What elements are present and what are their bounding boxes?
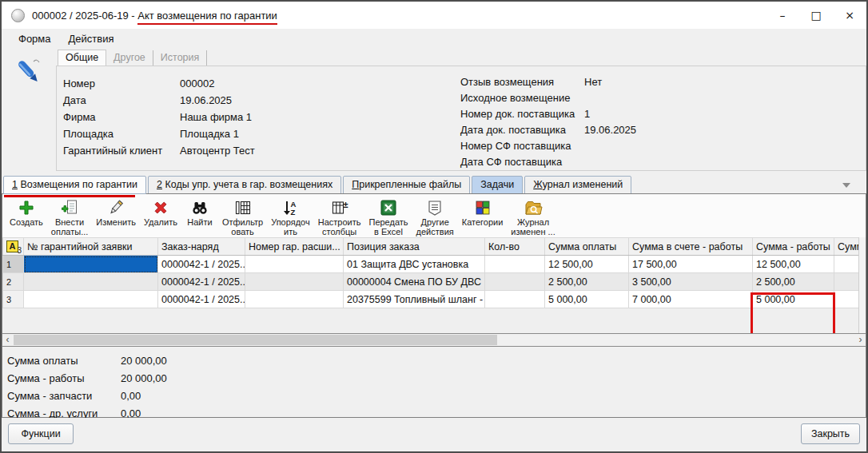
tab-history[interactable]: История: [153, 50, 207, 66]
menu-actions[interactable]: Действия: [60, 31, 123, 46]
table-cell[interactable]: [834, 291, 859, 308]
other-actions-button[interactable]: Другиедействия: [412, 197, 458, 237]
scrollbar-thumb[interactable]: [14, 335, 497, 345]
maximize-button[interactable]: □: [799, 2, 833, 29]
close-button[interactable]: ×: [833, 2, 866, 29]
scroll-right-arrow-icon[interactable]: ›: [855, 334, 866, 346]
excel-icon: [379, 198, 398, 217]
total-value: 20 000,00: [121, 355, 167, 367]
row-count: 3: [17, 246, 22, 255]
field-value[interactable]: 1: [584, 108, 590, 120]
column-header-warranty-request[interactable]: № гарантийной заявки: [24, 238, 158, 256]
table-cell-works-sum[interactable]: 12 500,00: [753, 256, 834, 273]
table-cell-selected[interactable]: [24, 256, 158, 273]
total-label: Сумма - работы: [7, 372, 121, 384]
column-header-invoice-works-sum[interactable]: Сумма в счете - работы: [629, 238, 753, 256]
table-cell[interactable]: 01 Защита ДВС установка: [344, 256, 485, 273]
table-cell[interactable]: 0000042-1 / 2025...: [158, 256, 245, 273]
svg-text:±: ±: [343, 200, 348, 209]
field-value[interactable]: Наша фирма 1: [180, 111, 252, 123]
field-label: Номер СФ поставщика: [460, 140, 584, 152]
table-cell[interactable]: 17 500,00: [629, 256, 753, 273]
field-value[interactable]: Нет: [584, 76, 602, 88]
table-cell[interactable]: 20375599 Топливный шланг - з...: [344, 291, 485, 308]
field-value[interactable]: 19.06.2025: [584, 124, 636, 136]
table-cell[interactable]: 0000042-1 / 2025...: [158, 273, 245, 291]
add-payment-icon: [60, 198, 79, 217]
column-header-payment-sum[interactable]: Сумма оплаты: [545, 238, 629, 256]
column-header-ext-number[interactable]: Номер гар. расши...: [245, 238, 344, 256]
table-row[interactable]: 2 0000042-1 / 2025... 00000004 Смена ПО …: [3, 273, 859, 291]
window-title-prefix: 000002 / 2025-06-19 -: [32, 10, 137, 22]
button-label: ить: [284, 227, 297, 236]
field-value[interactable]: 19.06.2025: [180, 94, 232, 106]
journal-icon: [524, 198, 543, 217]
field-value[interactable]: 000002: [180, 77, 214, 89]
tab-change-log[interactable]: Журнал изменений: [524, 176, 631, 194]
field-label: Номер док. поставщика: [460, 108, 584, 120]
vertical-scrollbar[interactable]: [858, 237, 866, 333]
change-journal-button[interactable]: Журнализменен ...: [507, 197, 559, 237]
table-cell-works-sum[interactable]: 5 000,00: [753, 291, 834, 308]
table-cell[interactable]: [834, 256, 859, 273]
table-cell[interactable]: [245, 291, 344, 308]
table-cell[interactable]: [245, 256, 344, 273]
filter-button[interactable]: Отфильтровать: [218, 197, 267, 237]
table-cell[interactable]: 5 000,00: [545, 291, 629, 308]
chevron-down-icon[interactable]: [842, 183, 850, 188]
table-cell[interactable]: 12 500,00: [545, 256, 629, 273]
categories-button[interactable]: Категории: [458, 197, 508, 228]
edit-button[interactable]: Изменить: [92, 197, 140, 228]
table-cell[interactable]: [485, 273, 545, 291]
tab-general[interactable]: Общие: [58, 50, 106, 66]
configure-columns-button[interactable]: ± Настроитьстолбцы: [314, 197, 365, 237]
table-cell[interactable]: 7 000,00: [629, 291, 753, 308]
field-value[interactable]: Площадка 1: [180, 128, 239, 140]
tab-tasks[interactable]: Задачи: [472, 176, 523, 194]
sort-az-icon: AZ: [281, 198, 300, 217]
field-label: Гарантийный клиент: [63, 145, 180, 157]
minimize-button[interactable]: –: [766, 2, 799, 29]
delete-button[interactable]: Удалить: [140, 197, 181, 228]
table-cell[interactable]: [245, 273, 344, 291]
export-excel-button[interactable]: Передатьв Excel: [364, 197, 412, 237]
table-cell[interactable]: [24, 291, 158, 308]
table-cell[interactable]: 3 500,00: [629, 273, 753, 291]
table-cell[interactable]: 0000042-1 / 2025...: [158, 291, 245, 308]
close-form-button[interactable]: Закрыть: [801, 423, 860, 444]
table-row[interactable]: 1 0000042-1 / 2025... 01 Защита ДВС уста…: [3, 256, 859, 273]
menu-form[interactable]: Форма: [10, 31, 60, 46]
row-number-cell[interactable]: 3: [3, 291, 24, 308]
field-supplier-invoice-number: Номер СФ поставщика: [460, 137, 636, 153]
horizontal-scrollbar[interactable]: ‹ ›: [2, 333, 866, 347]
scroll-left-arrow-icon[interactable]: ‹: [2, 334, 13, 346]
sort-button[interactable]: AZ Упорядочить: [267, 197, 314, 237]
table-cell[interactable]: [485, 291, 545, 308]
table-cell[interactable]: 00000004 Смена ПО БУ ДВС: [344, 273, 485, 291]
reimbursements-table: A3 № гарантийной заявки Заказ-наряд Номе…: [2, 237, 866, 333]
tab-other[interactable]: Другое: [106, 50, 153, 66]
row-number-cell[interactable]: 2: [3, 273, 24, 291]
find-button[interactable]: Найти: [181, 197, 218, 228]
table-cell-works-sum[interactable]: 2 500,00: [753, 273, 834, 291]
table-row[interactable]: 3 0000042-1 / 2025... 20375599 Топливный…: [3, 291, 859, 308]
tab-attached-files[interactable]: Прикрепленные файлы: [343, 176, 470, 194]
table-cell[interactable]: [485, 256, 545, 273]
add-payments-button[interactable]: Внестиоплаты...: [47, 197, 92, 237]
row-number-cell[interactable]: 1: [3, 256, 24, 273]
tab-warranty-reimbursements[interactable]: 1 Возмещения по гарантии: [3, 176, 146, 194]
column-header-work-order[interactable]: Заказ-наряд: [158, 238, 245, 256]
functions-button[interactable]: Функции: [8, 423, 74, 444]
table-cell[interactable]: [834, 273, 859, 291]
column-header-works-sum[interactable]: Сумма - работы: [753, 238, 834, 256]
tab-accounting-codes[interactable]: 2 Коды упр. учета в гар. возмещениях: [148, 176, 341, 194]
table-cell[interactable]: [24, 273, 158, 291]
field-supplier-invoice-date: Дата СФ поставщика: [460, 153, 636, 169]
table-corner-cell[interactable]: A3: [3, 238, 24, 256]
table-cell[interactable]: 2 500,00: [545, 273, 629, 291]
column-header-qty[interactable]: Кол-во: [485, 238, 545, 256]
create-button[interactable]: Создать: [6, 197, 47, 228]
field-value[interactable]: Автоцентр Тест: [180, 145, 255, 157]
column-header-order-position[interactable]: Позиция заказа: [344, 238, 485, 256]
column-header-sum-partial[interactable]: Сумма: [834, 238, 859, 256]
